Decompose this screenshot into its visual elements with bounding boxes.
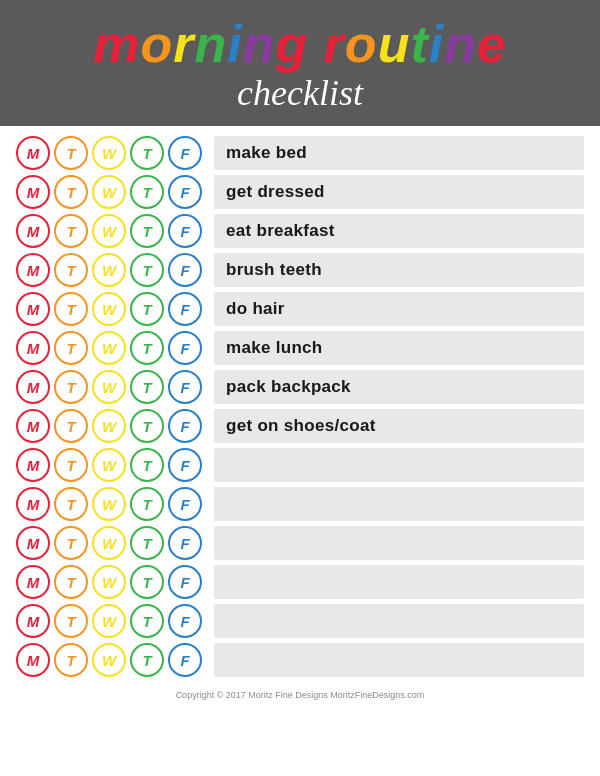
day-circle-t[interactable]: T [54, 292, 88, 326]
day-circle-m[interactable]: M [16, 604, 50, 638]
day-circle-t[interactable]: T [130, 409, 164, 443]
checklist-row: MTWTFpack backpack [16, 370, 584, 404]
day-circle-m[interactable]: M [16, 292, 50, 326]
day-circle-t[interactable]: T [130, 292, 164, 326]
day-circle-m[interactable]: M [16, 175, 50, 209]
day-circle-m[interactable]: M [16, 253, 50, 287]
task-label: do hair [226, 299, 285, 319]
checklist-row: MTWTFbrush teeth [16, 253, 584, 287]
day-circles: MTWTF [16, 526, 202, 560]
task-box: eat breakfast [214, 214, 584, 248]
day-circle-w[interactable]: W [92, 136, 126, 170]
day-circle-w[interactable]: W [92, 604, 126, 638]
task-label: make lunch [226, 338, 323, 358]
day-circle-m[interactable]: M [16, 448, 50, 482]
day-circle-f[interactable]: F [168, 331, 202, 365]
task-box: get on shoes/coat [214, 409, 584, 443]
task-box: do hair [214, 292, 584, 326]
task-label: pack backpack [226, 377, 351, 397]
day-circle-t[interactable]: T [130, 487, 164, 521]
day-circle-f[interactable]: F [168, 526, 202, 560]
task-box: make bed [214, 136, 584, 170]
day-circle-t[interactable]: T [130, 370, 164, 404]
task-label: eat breakfast [226, 221, 335, 241]
day-circle-f[interactable]: F [168, 604, 202, 638]
day-circle-f[interactable]: F [168, 253, 202, 287]
day-circle-w[interactable]: W [92, 409, 126, 443]
day-circle-t[interactable]: T [130, 214, 164, 248]
day-circles: MTWTF [16, 643, 202, 677]
day-circle-t[interactable]: T [54, 331, 88, 365]
day-circle-t[interactable]: T [130, 643, 164, 677]
day-circle-m[interactable]: M [16, 643, 50, 677]
day-circles: MTWTF [16, 565, 202, 599]
task-box [214, 565, 584, 599]
day-circle-t[interactable]: T [54, 526, 88, 560]
day-circle-t[interactable]: T [130, 526, 164, 560]
day-circle-t[interactable]: T [130, 331, 164, 365]
day-circle-m[interactable]: M [16, 136, 50, 170]
day-circle-f[interactable]: F [168, 214, 202, 248]
day-circle-t[interactable]: T [54, 565, 88, 599]
day-circle-t[interactable]: T [54, 370, 88, 404]
day-circle-f[interactable]: F [168, 292, 202, 326]
task-box [214, 487, 584, 521]
day-circle-f[interactable]: F [168, 448, 202, 482]
day-circle-t[interactable]: T [54, 448, 88, 482]
day-circle-w[interactable]: W [92, 526, 126, 560]
day-circle-w[interactable]: W [92, 370, 126, 404]
day-circle-w[interactable]: W [92, 565, 126, 599]
checklist-row: MTWTFget dressed [16, 175, 584, 209]
day-circle-m[interactable]: M [16, 214, 50, 248]
task-box [214, 643, 584, 677]
day-circle-t[interactable]: T [130, 136, 164, 170]
checklist-row: MTWTFeat breakfast [16, 214, 584, 248]
day-circle-t[interactable]: T [130, 175, 164, 209]
day-circle-w[interactable]: W [92, 175, 126, 209]
header: morning routine checklist [0, 0, 600, 126]
day-circle-f[interactable]: F [168, 370, 202, 404]
day-circle-m[interactable]: M [16, 409, 50, 443]
day-circle-t[interactable]: T [54, 409, 88, 443]
day-circle-t[interactable]: T [54, 175, 88, 209]
day-circle-w[interactable]: W [92, 292, 126, 326]
day-circle-t[interactable]: T [130, 604, 164, 638]
day-circle-w[interactable]: W [92, 487, 126, 521]
day-circle-f[interactable]: F [168, 565, 202, 599]
day-circle-t[interactable]: T [54, 214, 88, 248]
task-box: make lunch [214, 331, 584, 365]
day-circle-m[interactable]: M [16, 526, 50, 560]
day-circle-f[interactable]: F [168, 643, 202, 677]
task-box [214, 526, 584, 560]
day-circle-w[interactable]: W [92, 331, 126, 365]
day-circle-m[interactable]: M [16, 565, 50, 599]
main-content: MTWTFmake bedMTWTFget dressedMTWTFeat br… [0, 126, 600, 686]
day-circle-m[interactable]: M [16, 487, 50, 521]
day-circle-m[interactable]: M [16, 370, 50, 404]
day-circles: MTWTF [16, 448, 202, 482]
checklist-row: MTWTF [16, 487, 584, 521]
day-circle-f[interactable]: F [168, 175, 202, 209]
day-circle-w[interactable]: W [92, 448, 126, 482]
day-circle-t[interactable]: T [54, 253, 88, 287]
day-circle-f[interactable]: F [168, 409, 202, 443]
day-circles: MTWTF [16, 331, 202, 365]
day-circle-t[interactable]: T [130, 565, 164, 599]
day-circles: MTWTF [16, 253, 202, 287]
day-circle-t[interactable]: T [54, 487, 88, 521]
day-circle-t[interactable]: T [130, 253, 164, 287]
day-circle-w[interactable]: W [92, 643, 126, 677]
day-circle-f[interactable]: F [168, 136, 202, 170]
checklist-row: MTWTF [16, 448, 584, 482]
day-circle-m[interactable]: M [16, 331, 50, 365]
task-label: get on shoes/coat [226, 416, 376, 436]
day-circle-w[interactable]: W [92, 253, 126, 287]
day-circle-t[interactable]: T [54, 136, 88, 170]
task-label: brush teeth [226, 260, 322, 280]
day-circle-w[interactable]: W [92, 214, 126, 248]
day-circle-t[interactable]: T [54, 643, 88, 677]
day-circle-f[interactable]: F [168, 487, 202, 521]
day-circle-t[interactable]: T [54, 604, 88, 638]
day-circle-t[interactable]: T [130, 448, 164, 482]
main-title: morning routine [0, 18, 600, 70]
